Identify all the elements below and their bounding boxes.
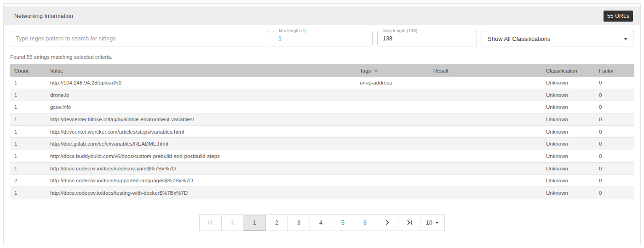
cell-classification: Unknown [541,92,594,98]
cell-classification: Unknown [541,166,594,171]
url-count-badge: 55 URLs [604,11,633,22]
max-length-input[interactable] [378,31,477,46]
cell-value: http://docs.codecov.io/docs/testing-with… [46,190,355,196]
chevron-down-icon [624,38,627,40]
results-summary: Found 55 strings matching selected crite… [10,54,634,60]
cell-count: 1 [10,153,46,159]
column-header-tags[interactable]: Tags [355,68,429,73]
cell-count: 1 [10,80,46,85]
cell-factor: 0 [594,129,634,135]
cell-factor: 0 [594,80,634,85]
tags-chevron-down-icon[interactable] [374,69,378,72]
cell-count: 1 [10,166,46,171]
table-body: 1 http://104.248.94.23/upload/v2 uri-ip-… [10,77,634,199]
pagination-bar: 123456 10 [199,214,445,231]
min-length-input[interactable] [273,31,372,46]
table-row[interactable]: 1 drone.io Unknown 0 [10,89,634,101]
max-length-label: Max length (138) [381,28,420,33]
cell-value: drone.io [46,92,355,98]
cell-value: http://doc.gitlab.com/ce/ci/variables/RE… [46,141,355,147]
table-row[interactable]: 1 http://devcenter.wercker.com/articles/… [10,126,634,138]
page-button-1[interactable]: 1 [244,215,266,231]
cell-factor: 0 [594,92,634,98]
cell-value: http://104.248.94.23/upload/v2 [46,80,355,85]
last-page-button[interactable] [398,215,420,231]
cell-count: 1 [10,190,46,196]
cell-value: http://devcenter.wercker.com/articles/st… [46,129,355,135]
cell-factor: 0 [594,141,634,147]
page-button-2[interactable]: 2 [266,215,288,231]
cell-classification: Unknown [541,141,594,147]
first-page-button[interactable] [200,215,222,231]
cell-value: gcov.info [46,104,355,110]
table-row[interactable]: 1 http://docs.codecov.io/docs/testing-wi… [10,187,634,199]
cell-classification: Unknown [541,80,594,85]
table-row[interactable]: 2 http://docs.codecov.io/docs/supported-… [10,175,634,187]
table-row[interactable]: 1 http://doc.gitlab.com/ce/ci/variables/… [10,138,634,150]
min-length-label: Min length (1) [277,28,309,33]
cell-factor: 0 [594,166,634,171]
table-row[interactable]: 1 http://docs.codecov.io/docs/codecov-ya… [10,163,634,175]
cell-classification: Unknown [541,117,594,122]
column-header-count[interactable]: Count [10,68,46,73]
page-size-value: 10 [426,220,432,226]
cell-factor: 0 [594,153,634,159]
cell-value: http://devcenter.bitrise.io/faq/availabl… [46,117,355,122]
cell-classification: Unknown [541,104,594,110]
classification-select[interactable]: Show All Classifications [482,31,633,46]
cell-factor: 0 [594,190,634,196]
page-button-3[interactable]: 3 [288,215,310,231]
classification-select-value: Show All Classifications [488,35,551,42]
cell-classification: Unknown [541,153,594,159]
regex-search-box [10,31,268,46]
next-page-button[interactable] [376,215,398,231]
networking-information-panel: Networking Information 55 URLs Min lengt… [3,3,641,245]
min-length-field: Min length (1) [273,31,373,46]
table-row[interactable]: 1 http://docs.buddybuild.com/v6/docs/cus… [10,150,634,163]
table-row[interactable]: 1 http://104.248.94.23/upload/v2 uri-ip-… [10,77,634,89]
page-size-caret-icon [435,222,439,224]
column-header-result[interactable]: Result [429,68,541,73]
cell-classification: Unknown [541,178,594,183]
strings-table: Count Value Tags Result Classification F… [10,64,634,199]
table-row[interactable]: 1 gcov.info Unknown 0 [10,101,634,113]
cell-count: 1 [10,92,46,98]
panel-title: Networking Information [14,13,73,19]
page-size-select[interactable]: 10 [420,215,444,231]
cell-factor: 0 [594,104,634,110]
cell-classification: Unknown [541,190,594,196]
panel-header: Networking Information 55 URLs [4,6,640,25]
cell-count: 1 [10,117,46,122]
previous-page-button[interactable] [222,215,244,231]
cell-value: http://docs.codecov.io/docs/supported-la… [46,178,355,183]
cell-count: 1 [10,104,46,110]
cell-count: 2 [10,178,46,183]
table-row[interactable]: 1 http://devcenter.bitrise.io/faq/availa… [10,113,634,126]
column-header-factor[interactable]: Factor [594,68,634,73]
page-button-4[interactable]: 4 [310,215,332,231]
cell-value: http://docs.buddybuild.com/v6/docs/custo… [46,153,355,159]
cell-count: 1 [10,141,46,147]
column-header-value[interactable]: Value [46,68,355,73]
cell-classification: Unknown [541,129,594,135]
filter-row: Min length (1) Max length (138) Show All… [4,31,640,46]
table-header-row: Count Value Tags Result Classification F… [10,64,634,77]
page-button-5[interactable]: 5 [332,215,354,231]
cell-tags: uri-ip-address [355,80,429,85]
regex-search-input[interactable] [10,31,268,46]
cell-factor: 0 [594,178,634,183]
cell-count: 1 [10,129,46,135]
max-length-field: Max length (138) [377,31,477,46]
column-header-classification[interactable]: Classification [541,68,594,73]
cell-value: http://docs.codecov.io/docs/codecov-yaml… [46,166,355,171]
page-button-6[interactable]: 6 [354,215,376,231]
cell-factor: 0 [594,117,634,122]
